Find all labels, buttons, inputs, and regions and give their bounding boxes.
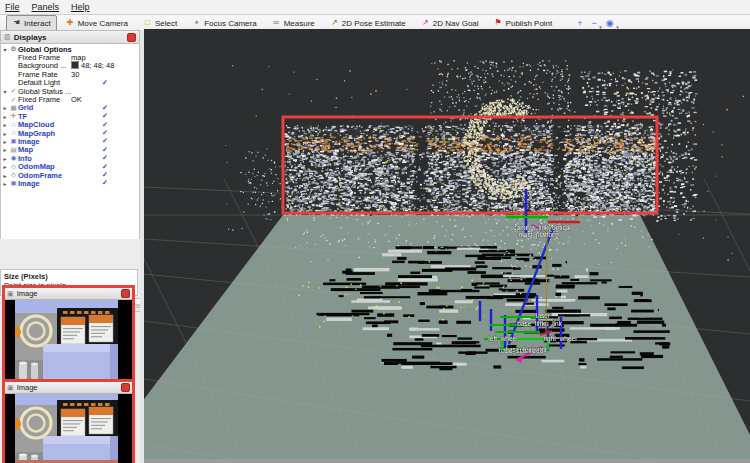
toolbar-button-interact[interactable]: ☚Interact <box>6 15 57 31</box>
tool-label: Interact <box>24 19 51 28</box>
tool-properties-icon[interactable]: ◉▾ <box>606 18 618 28</box>
camera-image-view <box>5 300 132 380</box>
move-camera-icon: ✚ <box>66 19 75 27</box>
window-bottom-edge <box>144 459 750 463</box>
image-panel-icon: ▣ <box>7 384 14 392</box>
row-value: 30 <box>71 70 79 79</box>
tool-label: Select <box>155 19 177 28</box>
expand-arrow-icon[interactable]: ▸ <box>1 180 9 187</box>
camera-image-view <box>5 394 132 463</box>
displays-panel-title: Displays <box>14 33 47 42</box>
displays-panel-icon: ▥ <box>4 33 11 41</box>
expand-arrow-icon[interactable]: ▾ <box>1 88 9 95</box>
pointcloud-icon: ∴ <box>9 121 18 129</box>
expand-arrow-icon[interactable]: ▸ <box>1 172 9 179</box>
pose-estimate-arrow-icon: ↗ <box>330 19 339 27</box>
graph-icon: ∴ <box>9 129 18 137</box>
image-panel-close-icon[interactable] <box>121 289 130 298</box>
enabled-checkbox[interactable]: ✓ <box>102 112 108 120</box>
display-row-image[interactable]: ▸▣Image✓ <box>1 179 139 187</box>
nav-goal-arrow-icon: ↗ <box>421 19 430 27</box>
add-tool-plus-icon[interactable]: + <box>577 18 586 28</box>
menu-bar: FilePanelsHelp <box>0 0 750 15</box>
expand-arrow-icon[interactable]: ▸ <box>1 113 9 120</box>
displays-close-icon[interactable] <box>127 33 136 42</box>
pointcloud-and-map-layer <box>144 29 750 459</box>
expand-arrow-icon[interactable]: ▸ <box>1 146 9 153</box>
measure-icon: ═ <box>272 19 281 27</box>
enabled-checkbox[interactable]: ✓ <box>102 146 108 154</box>
map-icon: ▤ <box>9 146 18 154</box>
gear-icon: ⚙ <box>9 45 18 53</box>
image-panel-title-bar: ▣Image <box>5 382 132 394</box>
image-panel-title-bar: ▣Image <box>5 288 132 300</box>
expand-arrow-icon[interactable]: ▸ <box>1 163 9 170</box>
expand-arrow-icon[interactable]: ▸ <box>1 121 9 128</box>
expand-arrow-icon[interactable]: ▸ <box>1 104 9 111</box>
menu-file[interactable]: File <box>5 2 20 12</box>
displays-tree: ▾⚙Global OptionsFixed FramemapBackground… <box>0 44 140 239</box>
status-ok-icon: ✓ <box>9 96 18 104</box>
help-title: Size (Pixels) <box>4 272 134 281</box>
tool-label: Publish Point <box>506 19 553 28</box>
rviz-3d-viewport[interactable]: camera_link_opticalmast_platformlaserimu… <box>144 29 750 459</box>
displays-panel-header: ▥ Displays <box>0 30 140 44</box>
grid-icon: ▦ <box>9 104 18 112</box>
menu-help[interactable]: Help <box>71 2 90 12</box>
image-panel-title: Image <box>17 383 38 392</box>
image-panel-1: ▣Image <box>2 285 135 383</box>
tf-axes-icon: ✛ <box>9 112 18 120</box>
enabled-checkbox[interactable]: ✓ <box>102 129 108 137</box>
rviz-window: { "menu": {"items": [{"label": "File"}, … <box>0 0 750 463</box>
remove-tool-minus-icon[interactable]: −▾ <box>592 18 601 28</box>
expand-arrow-icon[interactable]: ▸ <box>1 155 9 162</box>
focus-camera-icon: ⌖ <box>192 19 201 27</box>
tool-label: 2D Nav Goal <box>433 19 479 28</box>
enabled-checkbox[interactable]: ✓ <box>102 179 108 187</box>
left-panel-column: ▥ Displays ▾⚙Global OptionsFixed Framema… <box>0 30 140 463</box>
hand-cursor-icon: ☚ <box>12 19 21 27</box>
select-box-icon: □ <box>143 19 152 27</box>
expand-arrow-icon[interactable]: ▸ <box>1 130 9 137</box>
enabled-checkbox[interactable]: ✓ <box>102 137 108 145</box>
enabled-checkbox[interactable]: ✓ <box>102 121 108 129</box>
image-panel-2: ▣Image <box>2 379 135 463</box>
tool-label: Focus Camera <box>204 19 256 28</box>
toolbar-button-move-camera[interactable]: ✚Move Camera <box>60 15 134 31</box>
tool-label: Measure <box>284 19 315 28</box>
color-swatch <box>71 61 79 69</box>
image-panel-icon: ▣ <box>7 290 14 298</box>
image-icon: ▣ <box>9 179 18 187</box>
odometry-icon: ◇ <box>9 163 18 171</box>
row-label: Image <box>18 179 40 188</box>
publish-point-pin-icon: ⚑ <box>494 19 503 27</box>
enabled-checkbox[interactable]: ✓ <box>102 154 108 162</box>
enabled-checkbox[interactable]: ✓ <box>102 104 108 112</box>
tool-label: Move Camera <box>78 19 128 28</box>
row-value: OK <box>71 95 82 104</box>
enabled-checkbox[interactable]: ✓ <box>102 163 108 171</box>
info-icon: ◉ <box>9 154 18 162</box>
expand-arrow-icon[interactable]: ▾ <box>1 46 9 53</box>
odometry-icon: ◇ <box>9 171 18 179</box>
image-panel-title: Image <box>17 289 38 298</box>
image-panel-close-icon[interactable] <box>121 383 130 392</box>
menu-panels[interactable]: Panels <box>32 2 60 12</box>
status-ok-icon: ✓ <box>9 87 18 95</box>
enabled-checkbox[interactable]: ✓ <box>102 79 108 87</box>
expand-arrow-icon[interactable]: ▸ <box>1 138 9 145</box>
tool-label: 2D Pose Estimate <box>342 19 406 28</box>
enabled-checkbox[interactable]: ✓ <box>102 171 108 179</box>
image-icon: ▣ <box>9 137 18 145</box>
